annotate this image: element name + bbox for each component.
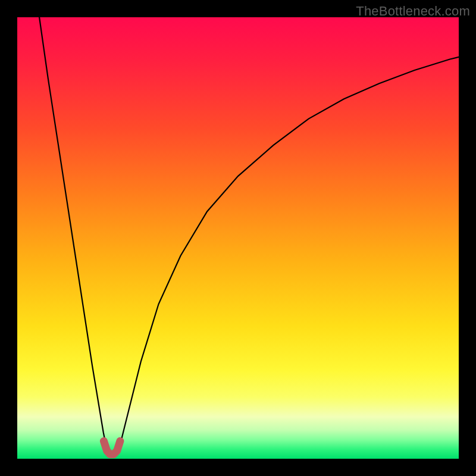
plot-area [17, 17, 459, 459]
plot-svg [17, 17, 459, 459]
chart-frame: TheBottleneck.com [0, 0, 476, 476]
watermark-label: TheBottleneck.com [356, 4, 470, 19]
gradient-background [17, 17, 459, 459]
